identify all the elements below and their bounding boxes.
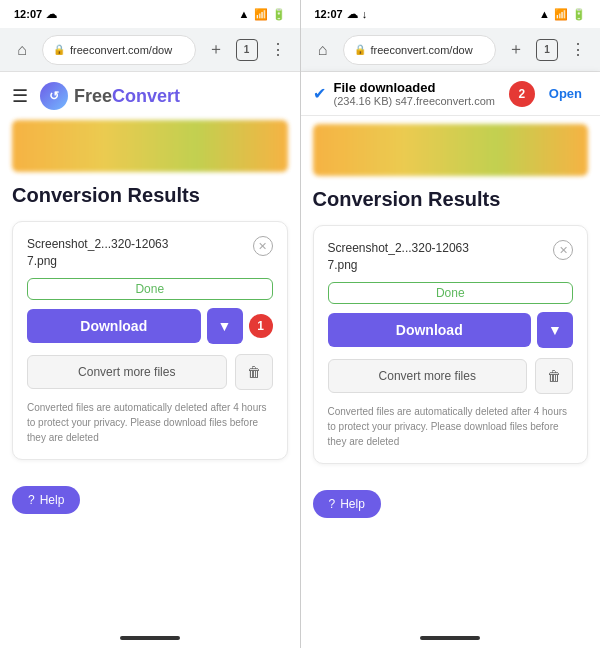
tab-count-left[interactable]: 1	[236, 39, 258, 61]
logo-free-left: Free	[74, 86, 112, 106]
help-button-right[interactable]: ? Help	[313, 490, 381, 518]
page-content-left: ☰ ↺ FreeConvert Conversion Results Scree…	[0, 72, 300, 628]
battery-icon-right: 🔋	[572, 8, 586, 21]
help-icon-left: ?	[28, 493, 35, 507]
url-text-left: freeconvert.com/dow	[70, 44, 172, 56]
open-button[interactable]: Open	[543, 82, 588, 105]
new-tab-button-left[interactable]: ＋	[202, 36, 230, 64]
file-card-right: Screenshot_2...320-120637.png ✕ Done Dow…	[313, 225, 589, 464]
url-bar-right[interactable]: 🔒 freeconvert.com/dow	[343, 35, 497, 65]
trash-btn-right[interactable]: 🗑	[535, 358, 573, 394]
convert-more-btn-right[interactable]: Convert more files	[328, 359, 528, 393]
privacy-note-right: Converted files are automatically delete…	[328, 404, 574, 449]
menu-button-left[interactable]: ⋮	[264, 36, 292, 64]
notification-icon-left: ☁	[46, 8, 57, 21]
page-content-right: Conversion Results Screenshot_2...320-12…	[301, 116, 601, 628]
bottom-bar-left	[0, 628, 300, 648]
close-file-btn-left[interactable]: ✕	[253, 236, 273, 256]
download-meta: (234.16 KB) s47.freeconvert.com	[334, 95, 501, 107]
time-left: 12:07	[14, 8, 42, 20]
help-label-right: Help	[340, 497, 365, 511]
convert-more-btn-left[interactable]: Convert more files	[27, 355, 227, 389]
banner-image-left	[12, 120, 288, 172]
help-icon-right: ?	[329, 497, 336, 511]
lock-icon-right: 🔒	[354, 44, 366, 55]
bottom-indicator-left	[120, 636, 180, 640]
download-icon-right: ↓	[362, 8, 368, 20]
convert-more-row-left: Convert more files 🗑	[27, 354, 273, 390]
download-badge: 2	[509, 81, 535, 107]
dropdown-button-right[interactable]: ▼	[537, 312, 573, 348]
site-header-left: ☰ ↺ FreeConvert	[12, 72, 288, 120]
status-bar-right: 12:07 ☁ ↓ ▲ 📶 🔋	[301, 0, 601, 28]
download-title: File downloaded	[334, 80, 501, 95]
time-right: 12:07	[315, 8, 343, 20]
url-bar-left[interactable]: 🔒 freeconvert.com/dow	[42, 35, 196, 65]
banner-image-right	[313, 124, 589, 176]
bottom-bar-right	[301, 628, 601, 648]
signal-icon-left: 📶	[254, 8, 268, 21]
right-panel: 12:07 ☁ ↓ ▲ 📶 🔋 ⌂ 🔒 freeconvert.com/dow …	[301, 0, 601, 648]
results-title-right: Conversion Results	[313, 188, 589, 211]
logo-left: ↺ FreeConvert	[40, 82, 180, 110]
browser-chrome-left: ⌂ 🔒 freeconvert.com/dow ＋ 1 ⋮	[0, 28, 300, 72]
hamburger-left[interactable]: ☰	[12, 85, 28, 107]
download-banner: ✔ File downloaded (234.16 KB) s47.freeco…	[301, 72, 601, 116]
left-panel: 12:07 ☁ ▲ 📶 🔋 ⌂ 🔒 freeconvert.com/dow ＋ …	[0, 0, 300, 648]
browser-chrome-right: ⌂ 🔒 freeconvert.com/dow ＋ 1 ⋮	[301, 28, 601, 72]
download-row-right: Download ▼	[328, 312, 574, 348]
download-button-left[interactable]: Download	[27, 309, 201, 343]
logo-convert-left: Convert	[112, 86, 180, 106]
logo-icon-left: ↺	[40, 82, 68, 110]
lock-icon-left: 🔒	[53, 44, 65, 55]
results-title-left: Conversion Results	[12, 184, 288, 207]
notification-icon-right: ☁	[347, 8, 358, 21]
wifi-icon-right: ▲	[539, 8, 550, 20]
status-done-left: Done	[27, 278, 273, 300]
file-card-left: Screenshot_2...320-120637.png ✕ Done Dow…	[12, 221, 288, 460]
new-tab-button-right[interactable]: ＋	[502, 36, 530, 64]
dropdown-button-left[interactable]: ▼	[207, 308, 243, 344]
download-row-left: Download ▼ 1	[27, 308, 273, 344]
home-button-left[interactable]: ⌂	[8, 36, 36, 64]
trash-btn-left[interactable]: 🗑	[235, 354, 273, 390]
help-label-left: Help	[40, 493, 65, 507]
convert-more-row-right: Convert more files 🗑	[328, 358, 574, 394]
file-name-left: Screenshot_2...320-120637.png	[27, 236, 168, 270]
privacy-note-left: Converted files are automatically delete…	[27, 400, 273, 445]
download-check-icon: ✔	[313, 84, 326, 103]
menu-button-right[interactable]: ⋮	[564, 36, 592, 64]
file-name-right: Screenshot_2...320-120637.png	[328, 240, 469, 274]
status-done-right: Done	[328, 282, 574, 304]
download-info: File downloaded (234.16 KB) s47.freeconv…	[334, 80, 501, 107]
signal-icon-right: 📶	[554, 8, 568, 21]
step-badge-left: 1	[249, 314, 273, 338]
status-bar-left: 12:07 ☁ ▲ 📶 🔋	[0, 0, 300, 28]
bottom-indicator-right	[420, 636, 480, 640]
help-button-left[interactable]: ? Help	[12, 486, 80, 514]
wifi-icon-left: ▲	[239, 8, 250, 20]
download-button-right[interactable]: Download	[328, 313, 532, 347]
home-button-right[interactable]: ⌂	[309, 36, 337, 64]
battery-icon-left: 🔋	[272, 8, 286, 21]
close-file-btn-right[interactable]: ✕	[553, 240, 573, 260]
tab-count-right[interactable]: 1	[536, 39, 558, 61]
url-text-right: freeconvert.com/dow	[371, 44, 473, 56]
